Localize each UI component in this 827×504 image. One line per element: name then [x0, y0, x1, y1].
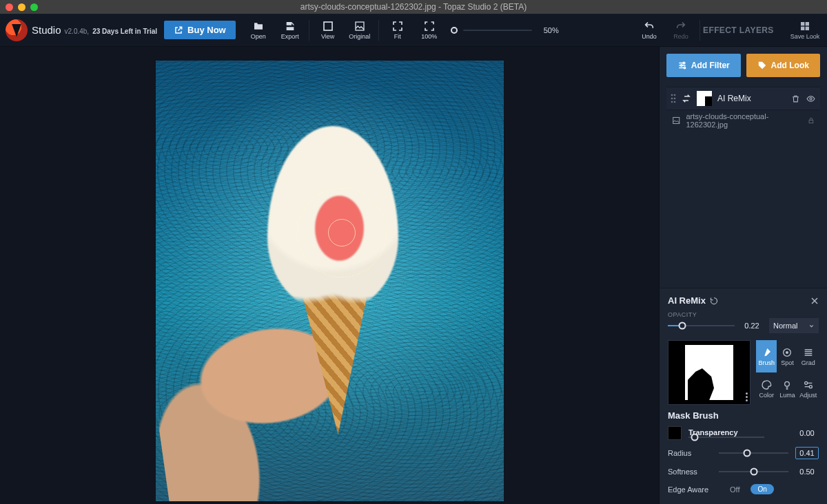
svg-rect-5	[806, 26, 809, 30]
zoom-value[interactable]: 50%	[538, 26, 565, 34]
add-look-button[interactable]: Add Look	[746, 54, 821, 77]
app-version: v2.0.4b,	[65, 28, 90, 35]
softness-thumb[interactable]	[750, 468, 757, 476]
transparency-value[interactable]: 0.00	[795, 428, 819, 439]
trial-remaining: 23 Days Left in Trial	[92, 28, 157, 35]
zoom-track[interactable]	[463, 30, 532, 31]
svg-rect-4	[801, 26, 804, 30]
radius-label: Radius	[668, 449, 712, 457]
window-close-button[interactable]	[6, 3, 13, 11]
open-label: Open	[251, 33, 266, 40]
blend-mode-select[interactable]: Normal	[769, 318, 819, 333]
edge-aware-label: Edge Aware	[668, 485, 723, 494]
palette-icon	[761, 379, 772, 390]
topaz-logo-icon	[6, 19, 28, 41]
opacity-slider[interactable]	[668, 325, 735, 326]
app-menubar: Studio v2.0.4b, 23 Days Left in Trial Bu…	[0, 14, 827, 47]
svg-point-18	[784, 348, 791, 356]
brush-icon	[761, 347, 772, 358]
redo-icon	[675, 21, 687, 32]
svg-point-9	[671, 94, 673, 96]
trash-icon[interactable]	[791, 94, 800, 103]
opacity-thumb[interactable]	[679, 322, 686, 330]
save-look-label: Save Look	[790, 33, 820, 40]
effect-detail-panel: AI ReMix OPACITY 0.22 Normal	[660, 288, 827, 504]
bulb-icon	[782, 379, 793, 390]
edge-aware-control: Edge Aware Off On	[668, 484, 819, 494]
svg-point-10	[674, 94, 676, 96]
mask-tool-brush[interactable]: Brush	[756, 340, 777, 372]
mask-tool-adjust[interactable]: Adjust	[798, 372, 819, 405]
settings-icon	[803, 379, 814, 390]
image-canvas[interactable]	[156, 61, 504, 501]
window-minimize-button[interactable]	[18, 3, 25, 11]
layer-mask-thumb[interactable]	[697, 91, 712, 106]
swap-icon[interactable]	[682, 94, 691, 103]
softness-slider[interactable]	[719, 471, 788, 472]
open-button[interactable]: Open	[243, 14, 274, 46]
add-filter-label: Add Filter	[691, 61, 730, 70]
close-icon[interactable]	[810, 297, 819, 305]
sliders-icon	[677, 61, 687, 70]
radius-value[interactable]: 0.41	[795, 447, 819, 459]
redo-button: Redo	[665, 14, 697, 46]
transparency-control: Transparency 0.00	[668, 426, 819, 440]
chevron-down-icon	[808, 323, 815, 329]
softness-control: Softness 0.50	[668, 466, 819, 477]
blend-mode-label: Normal	[773, 322, 797, 330]
mask-menu-icon[interactable]	[746, 392, 748, 401]
mask-tool-luma[interactable]: Luma	[777, 372, 797, 405]
reset-icon[interactable]	[710, 297, 718, 305]
add-look-label: Add Look	[771, 61, 809, 70]
export-button[interactable]: Export	[274, 14, 306, 46]
eye-icon[interactable]	[806, 94, 816, 103]
fit-label: Fit	[394, 33, 401, 40]
window-title: artsy-clouds-conceptual-1262302.jpg - To…	[0, 2, 827, 12]
window-zoom-button[interactable]	[30, 3, 38, 11]
mask-brush-title: Mask Brush	[668, 410, 819, 421]
target-icon	[782, 347, 793, 358]
radius-slider[interactable]	[719, 452, 788, 454]
opacity-caption: OPACITY	[668, 311, 819, 318]
base-image-layer[interactable]: artsy-clouds-conceptual-1262302.jpg	[666, 110, 820, 131]
mask-preview[interactable]	[668, 340, 751, 405]
transparency-thumb[interactable]	[691, 434, 698, 441]
opacity-value[interactable]: 0.22	[740, 320, 764, 331]
add-filter-button[interactable]: Add Filter	[666, 54, 741, 77]
svg-point-11	[671, 98, 673, 100]
fit-button[interactable]: Fit	[382, 14, 414, 46]
radius-control: Radius 0.41	[668, 447, 819, 459]
softness-value[interactable]: 0.50	[795, 466, 819, 477]
svg-point-7	[680, 65, 682, 66]
original-button[interactable]: Original	[344, 14, 376, 46]
effect-layers-sidebar: Add Filter Add Look AI ReMix	[659, 47, 827, 504]
softness-label: Softness	[668, 468, 712, 476]
hundred-percent-button[interactable]: 100%	[414, 14, 445, 46]
mask-tool-color[interactable]: Color	[756, 372, 777, 405]
mask-tool-grad[interactable]: Grad	[798, 340, 819, 372]
base-image-name: artsy-clouds-conceptual-1262302.jpg	[686, 112, 797, 129]
buy-now-button[interactable]: Buy Now	[164, 21, 236, 39]
effect-layer-ai-remix[interactable]: AI ReMix	[666, 87, 820, 110]
external-link-icon	[174, 25, 183, 35]
save-look-button[interactable]: Save Look	[788, 21, 821, 40]
svg-point-14	[674, 101, 676, 103]
transparency-slider[interactable]	[688, 437, 764, 438]
svg-rect-1	[356, 22, 364, 30]
svg-point-8	[684, 67, 685, 68]
corners-icon	[423, 21, 436, 32]
mask-tool-spot[interactable]: Spot	[777, 340, 797, 372]
zoom-slider[interactable]: 50%	[451, 26, 565, 34]
view-button[interactable]: View	[312, 14, 344, 46]
color-swatch[interactable]	[668, 426, 682, 440]
svg-point-21	[804, 381, 807, 384]
canvas-area[interactable]	[0, 47, 659, 504]
drag-handle-icon[interactable]	[671, 94, 676, 103]
app-brand: Studio v2.0.4b, 23 Days Left in Trial	[32, 24, 157, 36]
undo-button[interactable]: Undo	[633, 14, 665, 46]
panel-title: AI ReMix	[668, 295, 706, 306]
svg-rect-2	[801, 22, 804, 25]
radius-thumb[interactable]	[744, 450, 751, 457]
edge-aware-toggle[interactable]: On	[751, 484, 773, 494]
svg-rect-17	[809, 120, 813, 123]
